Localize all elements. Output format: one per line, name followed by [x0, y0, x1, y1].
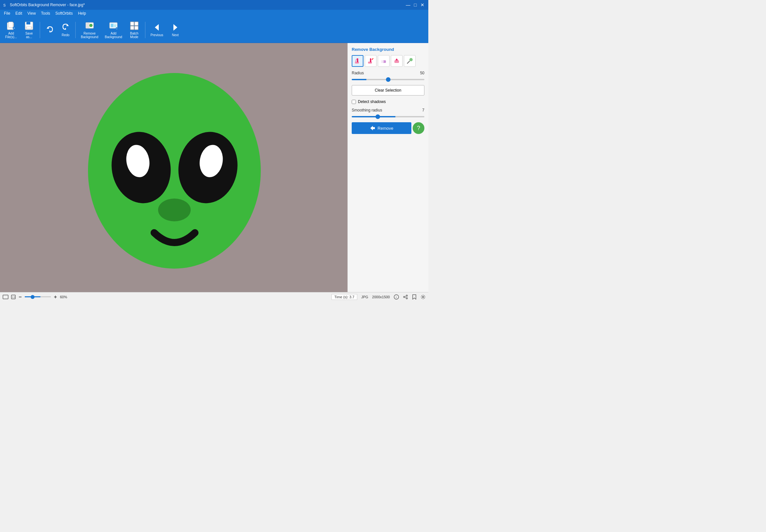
radius-value: 50 [420, 71, 424, 75]
add-bg-label: AddBackground [105, 32, 122, 39]
svg-point-15 [89, 24, 93, 27]
batch-mode-label: BatchMode [130, 32, 139, 39]
menu-tools[interactable]: Tools [38, 10, 53, 16]
radius-label: Radius [352, 71, 364, 75]
zoom-slider[interactable] [25, 296, 51, 297]
toolbar-separator-2 [75, 22, 76, 38]
svg-rect-25 [135, 26, 138, 30]
svg-marker-26 [155, 24, 159, 31]
svg-point-34 [158, 199, 191, 221]
previous-button[interactable]: Previous [148, 19, 166, 41]
minimize-button[interactable]: — [405, 2, 411, 8]
image-dimensions: 2000x1500 [372, 295, 390, 299]
tool-buttons-row [352, 55, 424, 67]
batch-icon [130, 21, 139, 30]
right-panel: Remove Background [347, 43, 428, 292]
radius-container: Radius 50 [352, 71, 424, 81]
smoothing-radius-value: 7 [422, 108, 424, 112]
next-icon [171, 23, 180, 32]
svg-text:S: S [3, 3, 6, 7]
add-files-label: AddFile(s)... [5, 32, 17, 39]
add-background-button[interactable]: + AddBackground [102, 19, 125, 41]
bookmark-icon[interactable] [412, 294, 417, 300]
remove-bg-icon [85, 21, 94, 30]
svg-rect-3 [8, 22, 13, 28]
panel-title: Remove Background [352, 47, 424, 52]
menu-view[interactable]: View [25, 10, 38, 16]
redo-label: Redo [62, 33, 69, 37]
settings-icon[interactable] [420, 294, 426, 300]
smoothing-radius-slider[interactable] [352, 116, 424, 117]
detect-shadows-row: Detect shadows [352, 99, 424, 104]
actual-size-icon[interactable]: 1:1 [11, 295, 16, 299]
next-label: Next [172, 33, 179, 37]
tool-remove-button[interactable] [365, 55, 376, 67]
toolbar: + AddFile(s)... Saveas... Redo [0, 17, 428, 43]
tool-restore-button[interactable] [391, 55, 403, 67]
tool-erase-button[interactable] [378, 55, 390, 67]
file-format: JPG [361, 295, 368, 299]
info-icon[interactable]: i [394, 294, 399, 300]
next-button[interactable]: Next [167, 19, 184, 41]
radius-slider[interactable] [352, 79, 424, 80]
redo-icon [61, 23, 70, 32]
help-button[interactable]: ? [413, 122, 424, 134]
svg-rect-23 [135, 22, 138, 25]
svg-rect-22 [130, 22, 134, 25]
share-icon[interactable] [403, 294, 408, 300]
zoom-out-icon[interactable] [18, 295, 22, 299]
save-as-label: Saveas... [25, 32, 33, 39]
remove-button[interactable]: Remove [352, 122, 411, 134]
svg-text:i: i [396, 296, 397, 299]
svg-text:+: + [13, 27, 15, 30]
status-right: Time (s): 3.7 JPG 2000x1500 i [331, 294, 426, 300]
zoom-level: 60% [60, 295, 67, 299]
smoothing-radius-label: Smoothing radius [352, 108, 382, 112]
svg-rect-18 [114, 24, 116, 27]
svg-rect-8 [26, 22, 30, 24]
erase-icon [380, 58, 387, 64]
maximize-button[interactable]: □ [412, 2, 419, 8]
remove-brush-icon [367, 58, 374, 64]
svg-line-45 [407, 61, 410, 64]
clear-selection-button[interactable]: Clear Selection [352, 85, 424, 96]
add-bg-icon: + [109, 21, 118, 30]
batch-mode-button[interactable]: BatchMode [126, 19, 142, 41]
menu-help[interactable]: Help [75, 10, 89, 16]
tool-keep-button[interactable] [352, 55, 363, 67]
window-title: SoftOrbits Background Remover - face.jpg… [10, 3, 85, 7]
tool-magic-button[interactable] [404, 55, 416, 67]
processing-time: Time (s): 3.7 [331, 294, 357, 300]
save-as-button[interactable]: Saveas... [21, 19, 37, 41]
menu-bar: File Edit View Tools SoftOrbits Help [0, 10, 428, 17]
help-icon: ? [417, 125, 420, 132]
svg-line-59 [405, 296, 406, 297]
svg-rect-17 [111, 24, 113, 27]
svg-rect-42 [394, 60, 399, 63]
undo-button[interactable] [43, 19, 57, 41]
close-button[interactable]: ✕ [419, 2, 426, 8]
redo-button[interactable]: Redo [58, 19, 73, 41]
svg-point-56 [406, 295, 407, 296]
svg-point-57 [404, 296, 405, 298]
main-area: Remove Background [0, 43, 428, 292]
add-files-button[interactable]: + AddFile(s)... [3, 19, 20, 41]
menu-edit[interactable]: Edit [13, 10, 25, 16]
detect-shadows-checkbox[interactable] [352, 100, 356, 104]
svg-rect-14 [86, 22, 90, 28]
previous-label: Previous [151, 33, 163, 37]
svg-text:1:1: 1:1 [12, 296, 15, 298]
remove-row: Remove ? [352, 122, 424, 134]
fit-view-icon[interactable] [3, 295, 8, 299]
svg-rect-10 [27, 27, 31, 28]
toolbar-separator-1 [40, 22, 40, 38]
remove-bg-label: RemoveBackground [81, 32, 98, 39]
svg-line-60 [405, 297, 406, 298]
menu-file[interactable]: File [1, 10, 13, 16]
canvas-area[interactable] [0, 43, 347, 292]
menu-softorbits[interactable]: SoftOrbits [53, 10, 75, 16]
toolbar-separator-3 [145, 22, 145, 38]
add-files-icon: + [7, 21, 16, 30]
zoom-in-icon[interactable] [53, 295, 57, 299]
remove-background-button[interactable]: RemoveBackground [78, 19, 101, 41]
